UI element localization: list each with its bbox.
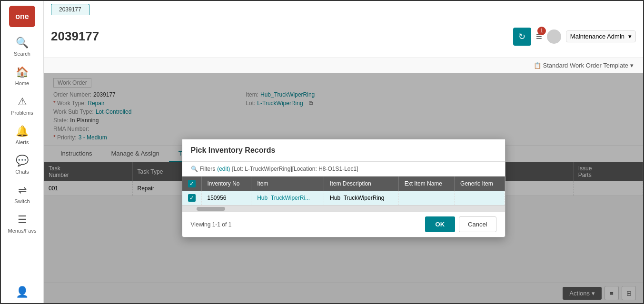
cell-item[interactable]: Hub_TruckWiperRi...	[251, 191, 324, 206]
sidebar-item-switch-label: Switch	[14, 198, 30, 204]
top-right-icons: ↻ ≡ 1 Maintenance Admin ▾	[513, 28, 636, 46]
select-all-checkbox[interactable]: ✓	[188, 180, 196, 187]
col-inventory-no: Inventory No	[201, 177, 251, 191]
sidebar-item-menus-label: Menus/Favs	[8, 228, 37, 234]
ok-button[interactable]: OK	[425, 216, 456, 232]
modal-inventory-table: ✓ Inventory No Item Item Description Ext…	[182, 177, 505, 206]
modal-overlay: Pick Inventory Records 🔍 Filters (edit) …	[44, 73, 643, 303]
sidebar-item-alerts[interactable]: 🔔 Alerts	[1, 120, 43, 150]
user-dropdown-icon: ▾	[628, 33, 632, 40]
sidebar: one 🔍 Search 🏠 Home ⚠ Problems 🔔 Alerts …	[1, 1, 44, 303]
viewing-count: Viewing 1-1 of 1	[191, 221, 232, 228]
sidebar-item-chats-label: Chats	[15, 169, 29, 175]
col-checkbox-header: ✓	[182, 177, 202, 191]
template-doc-icon: 📋	[534, 62, 541, 69]
user-avatar	[547, 29, 561, 44]
sidebar-item-home-label: Home	[15, 80, 29, 86]
modal-footer: Viewing 1-1 of 1 OK Cancel	[182, 211, 505, 237]
home-icon: 🏠	[16, 66, 29, 78]
cancel-button[interactable]: Cancel	[459, 216, 496, 232]
user-selector[interactable]: Maintenance Admin ▾	[566, 30, 636, 42]
pick-inventory-modal: Pick Inventory Records 🔍 Filters (edit) …	[182, 139, 505, 237]
sidebar-item-user-profile[interactable]: 👤	[1, 281, 43, 303]
notification-badge: 1	[537, 27, 546, 35]
bell-icon: 🔔	[16, 125, 29, 137]
sidebar-item-problems[interactable]: ⚠ Problems	[1, 91, 43, 120]
sidebar-item-alerts-label: Alerts	[15, 139, 29, 145]
cell-ext-item-name	[398, 191, 454, 206]
sidebar-item-chats[interactable]: 💬 Chats	[1, 150, 43, 179]
user-name: Maintenance Admin	[570, 33, 624, 40]
modal-action-buttons: OK Cancel	[425, 216, 496, 232]
user-profile-icon: 👤	[16, 286, 29, 298]
cell-generic-item	[455, 191, 505, 206]
cell-item-desc: Hub_TruckWiperRing	[324, 191, 399, 206]
sidebar-item-search-label: Search	[14, 51, 30, 57]
sidebar-item-home[interactable]: 🏠 Home	[1, 61, 43, 91]
filter-edit-link[interactable]: (edit)	[217, 166, 230, 172]
top-tab-active[interactable]: 2039177	[51, 4, 89, 15]
search-icon: 🔍	[16, 37, 29, 49]
sidebar-item-search[interactable]: 🔍 Search	[1, 32, 43, 61]
template-label: Standard Work Order Template	[543, 62, 628, 69]
sidebar-item-menus[interactable]: ☰ Menus/Favs	[1, 209, 43, 238]
filter-value: [Lot: L-TruckWiperRing][Location: H8-O1S…	[232, 166, 358, 172]
app-logo: one	[9, 6, 35, 27]
notification-area: ≡ 1	[536, 30, 542, 43]
refresh-button[interactable]: ↻	[513, 28, 531, 46]
template-bar: 📋 Standard Work Order Template ▾	[44, 58, 643, 73]
sidebar-item-problems-label: Problems	[11, 110, 33, 116]
filter-label: Filters	[200, 166, 216, 172]
warning-icon: ⚠	[18, 96, 27, 108]
modal-title: Pick Inventory Records	[182, 139, 505, 162]
template-link[interactable]: 📋 Standard Work Order Template ▾	[534, 62, 634, 69]
order-number-title: 2039177	[51, 29, 513, 44]
modal-scrollbar[interactable]	[182, 206, 505, 211]
col-item: Item	[251, 177, 324, 191]
col-ext-item-name: Ext Item Name	[398, 177, 454, 191]
chat-icon: 💬	[16, 155, 29, 167]
search-icon-small: 🔍	[191, 166, 198, 172]
main-content: 2039177 2039177 ↻ ≡ 1 Maintenance Admin …	[44, 1, 643, 303]
template-dropdown-icon: ▾	[630, 62, 634, 69]
content-area: Work Order Order Number: 2039177 * Work …	[44, 73, 643, 303]
row-checkbox[interactable]: ✓	[182, 191, 202, 206]
sidebar-item-switch[interactable]: ⇌ Switch	[1, 179, 43, 209]
modal-table-row[interactable]: ✓ 150956 Hub_TruckWiperRi... Hub_TruckWi…	[182, 191, 505, 206]
col-item-description: Item Description	[324, 177, 399, 191]
modal-scrollbar-thumb[interactable]	[197, 207, 225, 211]
menus-icon: ☰	[18, 214, 27, 226]
cell-inventory-no: 150956	[201, 191, 251, 206]
modal-filter-bar: 🔍 Filters (edit) [Lot: L-TruckWiperRing]…	[182, 162, 505, 177]
switch-icon: ⇌	[18, 184, 27, 196]
modal-table-wrap: ✓ Inventory No Item Item Description Ext…	[182, 177, 505, 206]
top-bar: 2039177 ↻ ≡ 1 Maintenance Admin ▾	[44, 15, 643, 58]
col-generic-item: Generic Item	[455, 177, 505, 191]
